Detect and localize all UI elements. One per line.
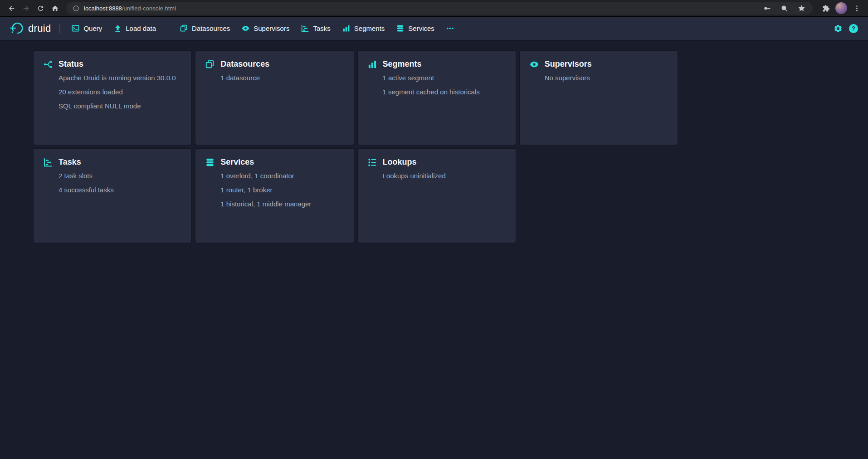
forward-button[interactable] — [19, 1, 33, 15]
navbar-right: ? — [832, 22, 861, 35]
card-header: Lookups — [368, 157, 506, 167]
help-icon[interactable]: ? — [849, 24, 858, 33]
more-ellipsis-icon — [446, 24, 454, 32]
nav-item-label: Datasources — [192, 24, 230, 32]
card-lines: No supervisors — [545, 74, 668, 83]
card-header: Tasks — [44, 157, 181, 167]
card-lines: 2 task slots 4 successful tasks — [59, 172, 181, 195]
gantt-icon — [301, 24, 309, 32]
forward-arrow-icon — [22, 5, 30, 12]
settings-gear-icon[interactable] — [832, 22, 844, 35]
datasources-icon — [205, 60, 215, 69]
card-line: 1 historical, 1 middle manager — [220, 200, 343, 209]
console-icon — [72, 24, 79, 32]
card-title: Segments — [383, 59, 422, 69]
card-line: 4 successful tasks — [59, 186, 181, 195]
url-host: localhost:8888 — [84, 5, 122, 12]
address-bar-actions — [762, 3, 806, 13]
home-card-grid: Status Apache Druid is running version 3… — [34, 51, 678, 243]
nav-item-segments[interactable]: Segments — [337, 21, 390, 36]
browser-toolbar: localhost:8888/unified-console.html — [0, 0, 868, 17]
password-key-icon[interactable] — [762, 3, 772, 13]
card-line: 1 router, 1 broker — [220, 186, 343, 195]
card-datasources[interactable]: Datasources 1 datasource — [195, 51, 353, 145]
card-services[interactable]: Services 1 overlord, 1 coordinator 1 rou… — [195, 149, 353, 243]
nav-divider — [59, 24, 60, 34]
zoom-icon[interactable] — [779, 3, 789, 13]
card-title: Status — [59, 59, 83, 69]
card-header: Datasources — [205, 59, 343, 69]
address-bar[interactable]: localhost:8888/unified-console.html — [66, 2, 813, 15]
card-line: 1 overlord, 1 coordinator — [220, 172, 343, 181]
brand-name: druid — [28, 23, 51, 34]
card-lines: 1 datasource — [220, 74, 343, 83]
card-lookups[interactable]: Lookups Lookups uninitialized — [358, 149, 516, 243]
bar-chart-icon — [368, 60, 377, 69]
back-button[interactable] — [5, 1, 18, 15]
reload-button[interactable] — [34, 1, 47, 15]
card-title: Lookups — [383, 157, 417, 167]
card-header: Status — [44, 59, 181, 69]
browser-menu-kebab-icon[interactable] — [850, 1, 863, 15]
browser-actions — [817, 1, 863, 15]
url-text: localhost:8888/unified-console.html — [84, 5, 176, 12]
card-lines: Apache Druid is running version 30.0.0 2… — [59, 74, 181, 110]
reload-icon — [37, 5, 44, 12]
bookmark-star-icon[interactable] — [796, 3, 806, 13]
card-line: 1 segment cached on historicals — [383, 88, 506, 97]
nav-item-datasources[interactable]: Datasources — [175, 21, 235, 36]
card-lines: 1 overlord, 1 coordinator 1 router, 1 br… — [220, 172, 343, 208]
card-line: No supervisors — [545, 74, 668, 83]
eye-icon — [242, 24, 249, 32]
card-line: Apache Druid is running version 30.0.0 — [59, 74, 181, 83]
card-title: Tasks — [59, 157, 81, 167]
fork-icon — [44, 60, 53, 69]
card-line: 1 datasource — [220, 74, 343, 83]
database-icon — [396, 24, 404, 32]
card-lines: Lookups uninitialized — [383, 172, 506, 181]
nav-item-label: Tasks — [313, 24, 330, 32]
site-info-icon[interactable] — [73, 5, 79, 12]
nav-item-tasks[interactable]: Tasks — [296, 21, 335, 36]
url-path: /unified-console.html — [122, 5, 176, 12]
card-header: Services — [205, 157, 343, 167]
card-segments[interactable]: Segments 1 active segment 1 segment cach… — [358, 51, 516, 145]
home-icon — [51, 5, 59, 12]
nav-item-services[interactable]: Services — [391, 21, 439, 36]
datasources-icon — [180, 24, 188, 32]
card-title: Datasources — [220, 59, 269, 69]
profile-avatar[interactable] — [835, 2, 847, 14]
nav-item-label: Load data — [126, 24, 156, 32]
home-button[interactable] — [48, 1, 62, 15]
nav-item-load-data[interactable]: Load data — [109, 21, 161, 36]
card-lines: 1 active segment 1 segment cached on his… — [383, 74, 506, 97]
card-title: Services — [220, 157, 254, 167]
bar-chart-icon — [342, 24, 350, 32]
card-line: 20 extensions loaded — [59, 88, 181, 97]
druid-navbar: druid Query Load data Datasources Superv… — [0, 17, 868, 40]
card-line: 2 task slots — [59, 172, 181, 181]
eye-icon — [530, 60, 539, 69]
card-line: 1 active segment — [383, 74, 506, 83]
nav-item-label: Services — [408, 24, 434, 32]
card-header: Supervisors — [530, 59, 668, 69]
card-supervisors[interactable]: Supervisors No supervisors — [520, 51, 678, 145]
card-header: Segments — [368, 59, 506, 69]
card-tasks[interactable]: Tasks 2 task slots 4 successful tasks — [34, 149, 191, 243]
gantt-icon — [44, 158, 53, 167]
nav-item-supervisors[interactable]: Supervisors — [237, 21, 294, 36]
back-arrow-icon — [8, 5, 15, 12]
nav-item-label: Segments — [354, 24, 385, 32]
druid-logo-icon — [10, 21, 24, 35]
properties-icon — [368, 158, 377, 167]
nav-item-label: Query — [83, 24, 102, 32]
druid-logo-home[interactable]: druid — [7, 21, 54, 35]
nav-item-label: Supervisors — [254, 24, 289, 32]
extensions-icon[interactable] — [819, 1, 833, 15]
upload-icon — [114, 24, 122, 32]
nav-more-button[interactable] — [441, 21, 459, 36]
card-line: SQL compliant NULL mode — [59, 102, 181, 111]
card-line: Lookups uninitialized — [383, 172, 506, 181]
card-status[interactable]: Status Apache Druid is running version 3… — [34, 51, 191, 145]
nav-item-query[interactable]: Query — [67, 21, 107, 36]
